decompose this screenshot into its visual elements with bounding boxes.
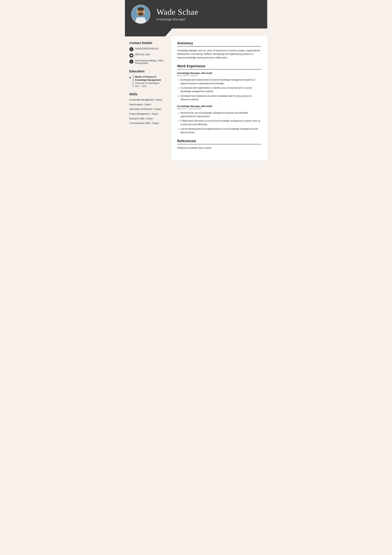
svg-rect-9 xyxy=(136,17,145,23)
work-experience-title: Work Experience xyxy=(177,64,261,69)
education-section: Education ● Master of Science in Knowled… xyxy=(129,69,166,87)
education-section-title: Education xyxy=(129,69,166,73)
main-content: Summary Knowledge Manager with 10+ years… xyxy=(171,37,267,160)
email-text: wadeschae@gmail.com xyxy=(135,47,159,50)
chevron-left xyxy=(125,29,172,37)
body: Contact Details ✉ wadeschae@gmail.com ☎ … xyxy=(125,37,267,160)
work-experience-section: Work Experience Knowledge Manager, Micro… xyxy=(177,64,261,134)
summary-section: Summary Knowledge Manager with 10+ years… xyxy=(177,41,261,59)
skills-section-title: Skills xyxy=(129,92,166,96)
job-bullet-item: Led the development and implementation o… xyxy=(180,127,261,134)
job: Knowledge Manager, MicrosoftMarch 2023 -… xyxy=(177,72,261,101)
edu-degree: Master of Science in Knowledge Managemen… xyxy=(135,75,166,81)
skill-item: Research Skills - Expert xyxy=(129,117,166,120)
job-bullet-item: Monitored the use of knowledge managemen… xyxy=(180,111,261,118)
job-title: Knowledge Manager, Microsoft xyxy=(177,72,261,74)
chevron-spacer xyxy=(172,29,267,37)
education-item: ● Master of Science in Knowledge Managem… xyxy=(129,75,166,87)
job-bullet-item: Collaborated with teams to ensure that k… xyxy=(180,119,261,126)
header-text: Wade Schae Knowledge Manager xyxy=(157,7,198,21)
job-bullets: Monitored the use of knowledge managemen… xyxy=(177,111,261,134)
skill-item: Information Architecture - Expert xyxy=(129,108,166,111)
skills-list: Knowledge Management - ExpertData Analys… xyxy=(129,98,166,125)
header: Wade Schae Knowledge Manager xyxy=(125,0,267,29)
sidebar: Contact Details ✉ wadeschae@gmail.com ☎ … xyxy=(125,37,171,160)
skill-item: Communication Skills - Expert xyxy=(129,122,166,125)
avatar xyxy=(131,5,150,24)
phone-contact: ☎ (594) 261 2392 xyxy=(129,53,166,58)
phone-icon: ☎ xyxy=(129,53,134,58)
skill-item: Project Management - Expert xyxy=(129,112,166,116)
job-bullet-item: Developed and maintained an online knowl… xyxy=(180,94,261,101)
skills-section: Skills Knowledge Management - ExpertData… xyxy=(129,92,166,125)
location-icon: ⊙ xyxy=(129,59,134,64)
jobs-list: Knowledge Manager, MicrosoftMarch 2023 -… xyxy=(177,72,261,134)
edu-bullet-icon: ● xyxy=(129,76,131,87)
edu-school: University of Washington xyxy=(135,81,166,85)
chevron-divider xyxy=(125,29,267,37)
references-section: References References available upon req… xyxy=(177,139,261,149)
contact-section: Contact Details ✉ wadeschae@gmail.com ☎ … xyxy=(129,41,166,65)
job-bullet-item: Developed and implemented innovative kno… xyxy=(180,78,261,85)
email-contact: ✉ wadeschae@gmail.com xyxy=(129,47,166,51)
job-date: May 2021 - February 2023 xyxy=(177,108,261,110)
svg-point-4 xyxy=(138,13,143,16)
skill-item: Data Analysis - Expert xyxy=(129,103,166,106)
phone-text: (594) 261 2392 xyxy=(135,53,150,56)
job: Knowledge Manager, MicrosoftMay 2021 - F… xyxy=(177,105,261,134)
candidate-name: Wade Schae xyxy=(157,7,198,17)
candidate-title: Knowledge Manager xyxy=(157,18,198,21)
references-title: References xyxy=(177,139,261,144)
summary-text: Knowledge Manager with 10+ years of expe… xyxy=(177,49,261,59)
address-contact: ⊙ North Rosamondberg, 73457, Pennsylvani… xyxy=(129,59,166,65)
job-bullets: Developed and implemented innovative kno… xyxy=(177,78,261,101)
references-text: References available upon request xyxy=(177,146,261,149)
job-bullet-item: Coordinated with stakeholders to identif… xyxy=(180,86,261,93)
address-text: North Rosamondberg, 73457, Pennsylvania xyxy=(135,59,166,65)
skill-item: Knowledge Management - Expert xyxy=(129,98,166,102)
svg-point-3 xyxy=(137,7,144,11)
contact-section-title: Contact Details xyxy=(129,41,166,45)
edu-years: 2017 - 2021 xyxy=(135,85,166,87)
edu-content: Master of Science in Knowledge Managemen… xyxy=(133,75,166,87)
email-icon: ✉ xyxy=(129,47,134,51)
email-link[interactable]: wadeschae@gmail.com xyxy=(135,47,159,50)
summary-title: Summary xyxy=(177,41,261,47)
job-date: March 2023 - Present xyxy=(177,74,261,77)
job-title: Knowledge Manager, Microsoft xyxy=(177,105,261,108)
